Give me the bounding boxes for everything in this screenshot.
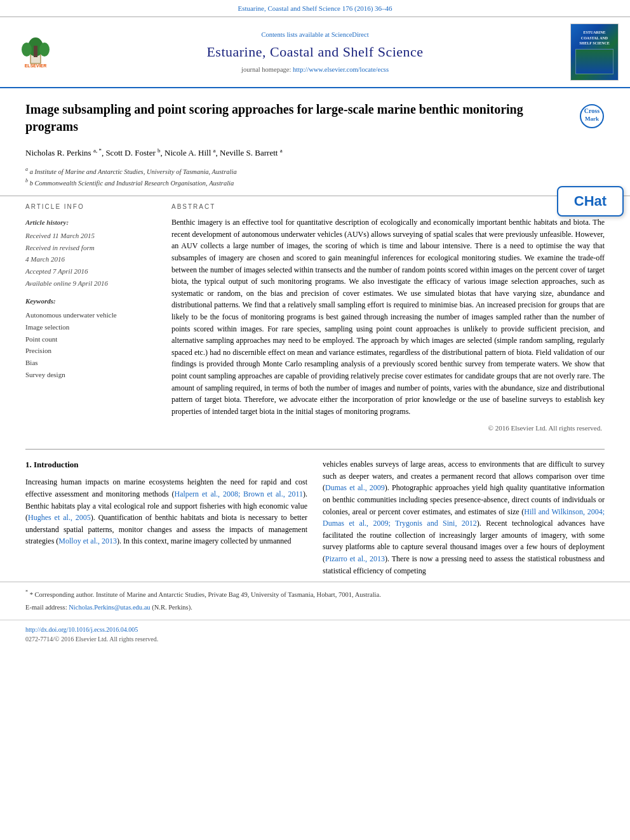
article-history: Article history: Received 11 March 2015 …: [25, 217, 159, 289]
available-online-date: Available online 9 April 2016: [25, 277, 159, 290]
footnotes-section: * * Corresponding author. Institute of M…: [0, 582, 630, 620]
chat-label: CHat: [574, 191, 607, 211]
article-info-abstract-section: Article Info Article history: Received 1…: [0, 196, 630, 441]
keyword-6: Survey design: [25, 369, 159, 381]
history-label: Article history:: [25, 217, 159, 229]
authors-line: Nicholas R. Perkins a, *, Scott D. Foste…: [25, 147, 605, 159]
footnote-email: E-mail address: Nicholas.Perkins@utas.ed…: [25, 603, 605, 613]
science-direct-link[interactable]: ScienceDirect: [332, 31, 369, 38]
svg-text:ELSEVIER: ELSEVIER: [25, 63, 47, 68]
copyright-line: © 2016 Elsevier Ltd. All rights reserved…: [171, 423, 605, 434]
accepted-date: Accepted 7 April 2016: [25, 265, 159, 277]
journal-title-section: Contents lists available at ScienceDirec…: [69, 23, 561, 81]
abstract-column: Abstract Benthic imagery is an effective…: [171, 203, 605, 434]
journal-cover-image: ESTUARINE COASTAL AND SHELF SCIENCE: [570, 23, 619, 81]
keywords-list: Autonomous underwater vehicle Image sele…: [25, 309, 159, 380]
journal-citation: Estuarine, Coastal and Shelf Science 176…: [238, 4, 392, 12]
authors-section: Nicholas R. Perkins a, *, Scott D. Foste…: [0, 143, 630, 162]
affiliation-b: b b Commonwealth Scientific and Industri…: [25, 177, 605, 189]
article-title-section: Image subsampling and point scoring appr…: [0, 88, 630, 143]
chat-badge[interactable]: CHat: [557, 186, 624, 217]
crossmark-badge[interactable]: Cross Mark: [579, 103, 605, 129]
abstract-text: Benthic imagery is an effective tool for…: [171, 217, 605, 417]
journal-homepage: journal homepage: http://www.elsevier.co…: [241, 65, 389, 74]
bottom-bar: http://dx.doi.org/10.1016/j.ecss.2016.04…: [0, 620, 630, 646]
received-date: Received 11 March 2015: [25, 230, 159, 242]
svg-point-2: [22, 43, 32, 57]
revised-date: 4 March 2016: [25, 253, 159, 265]
abstract-label: Abstract: [171, 203, 605, 212]
svg-text:Cross: Cross: [584, 107, 600, 114]
svg-rect-4: [34, 46, 37, 57]
introduction-right-column: vehicles enables surveys of large areas,…: [323, 458, 605, 582]
svg-text:Mark: Mark: [585, 116, 599, 122]
introduction-heading: 1. Introduction: [25, 458, 307, 471]
keywords-title: Keywords:: [25, 297, 159, 307]
journal-cover-container: ESTUARINE COASTAL AND SHELF SCIENCE: [569, 23, 620, 81]
received-revised-label: Received in revised form: [25, 242, 159, 254]
keyword-2: Image selection: [25, 321, 159, 333]
footnote-star: * * Corresponding author. Institute of M…: [25, 589, 605, 600]
article-info-label: Article Info: [25, 203, 159, 212]
section-divider: [25, 449, 605, 450]
doi-link[interactable]: http://dx.doi.org/10.1016/j.ecss.2016.04…: [25, 626, 138, 633]
main-content-section: 1. Introduction Increasing human impacts…: [0, 458, 630, 582]
cover-line2: COASTAL AND: [575, 36, 613, 41]
affiliation-a: a a Institute of Marine and Antarctic St…: [25, 166, 605, 177]
cover-line3: SHELF SCIENCE: [575, 41, 613, 46]
keyword-4: Precision: [25, 345, 159, 357]
journal-title: Estuarine, Coastal and Shelf Science: [206, 42, 423, 62]
science-direct-text: Contents lists available at ScienceDirec…: [261, 30, 368, 39]
email-label: E-mail address:: [25, 604, 69, 611]
keyword-5: Bias: [25, 357, 159, 369]
keyword-1: Autonomous underwater vehicle: [25, 309, 159, 321]
keywords-block: Keywords: Autonomous underwater vehicle …: [25, 297, 159, 380]
affiliations-section: a a Institute of Marine and Antarctic St…: [0, 162, 630, 196]
cover-line1: ESTUARINE: [575, 30, 613, 35]
intro-para-left-1: Increasing human impacts on marine ecosy…: [25, 476, 307, 547]
article-info-column: Article Info Article history: Received 1…: [25, 203, 159, 434]
introduction-left-column: 1. Introduction Increasing human impacts…: [25, 458, 307, 582]
intro-para-right-1: vehicles enables surveys of large areas,…: [323, 458, 605, 577]
journal-header: ELSEVIER Contents lists available at Sci…: [0, 17, 630, 88]
email-link[interactable]: Nicholas.Perkins@utas.edu.au: [69, 604, 150, 611]
doi-line: http://dx.doi.org/10.1016/j.ecss.2016.04…: [25, 625, 605, 635]
elsevier-logo-icon: ELSEVIER: [13, 36, 58, 69]
svg-point-3: [39, 43, 50, 57]
elsevier-logo-container: ELSEVIER: [10, 23, 61, 81]
homepage-link[interactable]: http://www.elsevier.com/locate/ecss: [293, 66, 389, 73]
top-bar: Estuarine, Coastal and Shelf Science 176…: [0, 0, 630, 17]
article-title: Image subsampling and point scoring appr…: [25, 101, 546, 135]
keyword-3: Point count: [25, 333, 159, 345]
issn-line: 0272-7714/© 2016 Elsevier Ltd. All right…: [25, 635, 605, 644]
